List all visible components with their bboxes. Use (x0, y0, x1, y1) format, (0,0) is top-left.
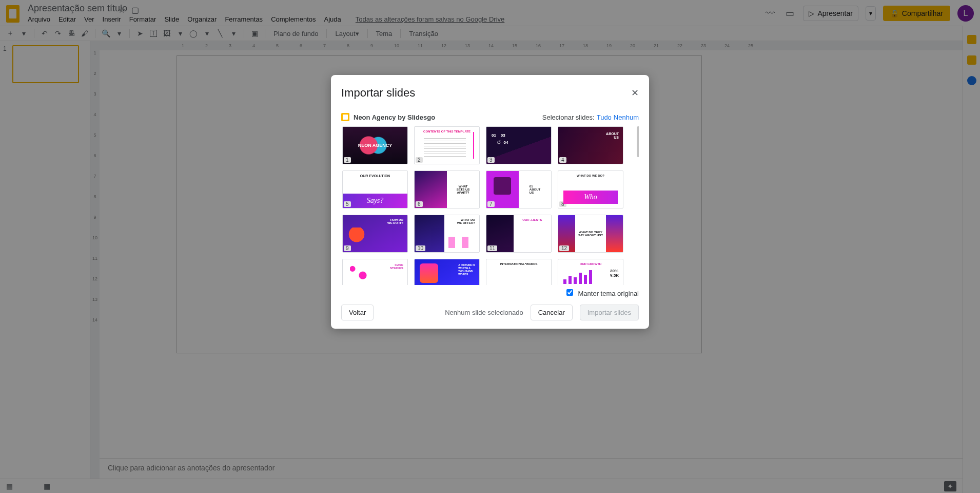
slide-index: 1 (344, 157, 351, 163)
keep-theme-checkbox[interactable]: Manter tema original (566, 289, 639, 297)
import-slide-thumb[interactable]: 1 (342, 126, 408, 164)
slides-file-icon (341, 113, 349, 121)
import-slide-thumb[interactable] (342, 259, 408, 285)
slide-index: 12 (559, 245, 569, 251)
slide-index: 4 (559, 157, 566, 163)
slide-index: 7 (487, 201, 495, 207)
slide-picker-scroll[interactable]: 1 2 3 4 Says?5 WHATSETS USAPART?6 01ABOU… (341, 125, 639, 285)
import-slide-thumb[interactable]: 11 (486, 215, 552, 253)
keep-theme-input[interactable] (566, 289, 573, 296)
import-slide-thumb[interactable]: WHATSETS USAPART?6 (414, 170, 480, 208)
slide-index: 2 (416, 157, 423, 163)
slide-picker-grid: 1 2 3 4 Says?5 WHATSETS USAPART?6 01ABOU… (341, 125, 639, 285)
select-all-link[interactable]: Tudo (597, 113, 612, 121)
dialog-title: Importar slides (341, 86, 631, 100)
import-slide-thumb[interactable] (414, 259, 480, 285)
selection-count: Nenhum slide selecionado (445, 309, 523, 316)
select-none-link[interactable]: Nenhum (614, 113, 639, 121)
slide-index: 3 (487, 157, 495, 163)
import-slides-dialog: Importar slides ✕ Neon Agency by Slidesg… (331, 75, 649, 329)
import-slide-thumb[interactable]: 4 (558, 126, 623, 164)
select-slides-label: Selecionar slides: (542, 113, 595, 121)
import-slide-thumb[interactable]: 8 (558, 170, 623, 208)
keep-theme-label: Manter tema original (578, 290, 639, 297)
slide-index: 6 (416, 201, 423, 207)
import-slide-thumb[interactable] (558, 259, 623, 285)
slide-index: 9 (344, 245, 351, 251)
modal-overlay: Importar slides ✕ Neon Agency by Slidesg… (0, 0, 980, 493)
slide-index: 10 (416, 245, 425, 251)
import-slide-thumb[interactable]: 3 (486, 126, 552, 164)
source-file-name: Neon Agency by Slidesgo (354, 113, 435, 121)
slide-index: 8 (559, 201, 566, 207)
scrollbar-thumb[interactable] (637, 126, 639, 157)
import-slide-thumb[interactable]: 2 (414, 126, 480, 164)
import-slide-thumb[interactable]: 01ABOUTUS7 (486, 170, 552, 208)
import-slide-thumb[interactable]: WHAT DO THEY SAY ABOUT US?12 (558, 215, 623, 253)
import-slide-thumb[interactable] (486, 259, 552, 285)
slide-index: 11 (487, 245, 497, 251)
slide-index: 5 (344, 201, 351, 207)
import-slide-thumb[interactable]: 10 (414, 215, 480, 253)
cancel-button[interactable]: Cancelar (531, 305, 573, 320)
back-button[interactable]: Voltar (341, 305, 374, 320)
import-slide-thumb[interactable]: Says?5 (342, 170, 408, 208)
import-slide-thumb[interactable]: 9 (342, 215, 408, 253)
close-icon[interactable]: ✕ (631, 87, 639, 99)
import-slides-button[interactable]: Importar slides (580, 305, 639, 320)
